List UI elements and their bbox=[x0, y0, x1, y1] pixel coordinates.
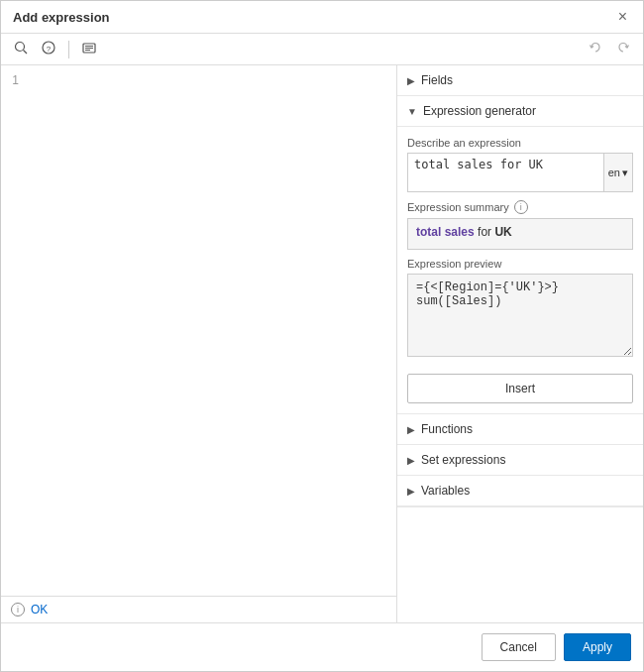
editor-footer: i OK bbox=[1, 596, 396, 622]
summary-part2: for bbox=[478, 225, 491, 239]
lang-value: en bbox=[608, 167, 620, 178]
redo-button[interactable] bbox=[611, 38, 635, 60]
summary-info-icon: i bbox=[514, 200, 528, 214]
toolbar: ? bbox=[1, 34, 643, 65]
set-expressions-chevron-icon: ▶ bbox=[407, 455, 415, 466]
lang-select[interactable]: en ▾ bbox=[604, 153, 633, 192]
svg-point-0 bbox=[16, 43, 25, 52]
svg-text:?: ? bbox=[47, 45, 52, 54]
apply-button[interactable]: Apply bbox=[564, 633, 631, 661]
line-number-1: 1 bbox=[12, 73, 19, 87]
fields-chevron-icon: ▶ bbox=[407, 75, 415, 86]
insert-button[interactable]: Insert bbox=[407, 374, 633, 403]
editor-pane: 1 i OK bbox=[1, 65, 397, 622]
help-button[interactable]: ? bbox=[37, 38, 60, 60]
summary-box: total sales for UK bbox=[407, 218, 633, 250]
summary-part1: total sales bbox=[416, 225, 475, 239]
editor-content: 1 bbox=[1, 65, 396, 596]
describe-label: Describe an expression bbox=[407, 137, 633, 149]
line-numbers: 1 bbox=[5, 69, 25, 592]
svg-line-1 bbox=[24, 51, 28, 55]
preview-label: Expression preview bbox=[407, 258, 633, 270]
dialog-header: Add expression × bbox=[1, 1, 643, 34]
functions-section-header[interactable]: ▶ Functions bbox=[397, 414, 643, 445]
expression-generator-chevron-icon: ▼ bbox=[407, 106, 417, 117]
info-icon: i bbox=[11, 603, 25, 616]
undo-icon bbox=[589, 41, 602, 55]
variables-section-label: Variables bbox=[421, 484, 470, 498]
preview-wrapper bbox=[407, 274, 633, 360]
variables-section-header[interactable]: ▶ Variables bbox=[397, 476, 643, 506]
describe-input-row: en ▾ bbox=[407, 153, 633, 192]
comment-button[interactable] bbox=[77, 39, 101, 60]
comment-icon bbox=[82, 43, 96, 55]
undo-button[interactable] bbox=[584, 38, 607, 60]
summary-label: Expression summary bbox=[407, 201, 509, 213]
close-button[interactable]: × bbox=[614, 9, 631, 25]
variables-chevron-icon: ▶ bbox=[407, 486, 415, 497]
functions-chevron-icon: ▶ bbox=[407, 424, 415, 435]
set-expressions-section-label: Set expressions bbox=[421, 453, 505, 467]
help-icon: ? bbox=[42, 41, 55, 55]
right-pane-empty bbox=[397, 506, 643, 622]
summary-part3: UK bbox=[494, 225, 511, 239]
toolbar-separator bbox=[68, 41, 69, 58]
functions-section-label: Functions bbox=[421, 422, 473, 436]
dialog-title: Add expression bbox=[13, 10, 110, 25]
preview-textarea[interactable] bbox=[407, 274, 633, 357]
expression-generator-label: Expression generator bbox=[423, 104, 536, 118]
lang-chevron-icon: ▾ bbox=[622, 167, 628, 179]
expression-generator-header[interactable]: ▼ Expression generator bbox=[397, 96, 643, 127]
right-pane: ▶ Fields ▼ Expression generator Describe… bbox=[397, 65, 643, 622]
code-area[interactable] bbox=[25, 69, 392, 592]
add-expression-dialog: Add expression × ? bbox=[0, 0, 644, 672]
cancel-button[interactable]: Cancel bbox=[482, 633, 556, 661]
fields-section-header[interactable]: ▶ Fields bbox=[397, 65, 643, 96]
redo-icon bbox=[616, 41, 630, 55]
main-area: 1 i OK ▶ Fields ▼ Expression generator bbox=[1, 65, 643, 622]
set-expressions-section-header[interactable]: ▶ Set expressions bbox=[397, 445, 643, 476]
search-button[interactable] bbox=[9, 38, 33, 60]
search-icon bbox=[14, 41, 28, 55]
fields-section-label: Fields bbox=[421, 73, 453, 87]
expression-generator-content: Describe an expression en ▾ Expression s… bbox=[397, 127, 643, 414]
describe-input[interactable] bbox=[407, 153, 604, 192]
dialog-footer: Cancel Apply bbox=[1, 622, 643, 671]
ok-link[interactable]: OK bbox=[31, 603, 48, 616]
